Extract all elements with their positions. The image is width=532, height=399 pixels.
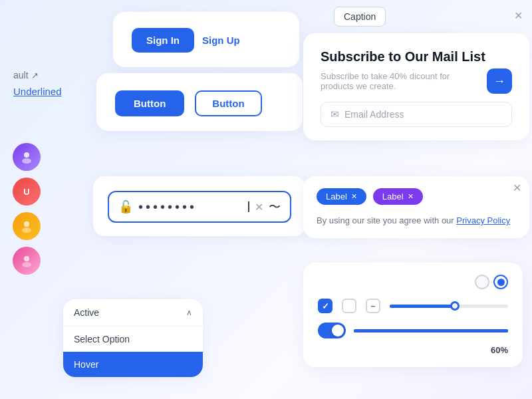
label-purple: Label ✕ [373,188,423,205]
dropdown-item-hover-label: Hover [74,359,98,370]
signin-card: Sign In Sign Up [113,12,299,67]
radio-option-2[interactable] [493,275,508,289]
radio-group [475,275,508,289]
subscribe-card: Subscribe to Our Mail List Subscribe to … [303,33,529,140]
label-blue-close[interactable]: ✕ [351,192,357,201]
primary-button[interactable]: Button [115,90,184,116]
signup-button[interactable]: Sign Up [202,35,240,46]
dropdown-active-text: Active [74,307,99,318]
subscribe-arrow-button[interactable]: → [487,68,512,94]
password-card: 🔓 •••••••• ✕ 〜 [93,176,306,236]
svg-point-0 [24,152,29,158]
svg-point-3 [22,227,31,233]
chevron-up-icon: ∧ [186,308,192,317]
lock-icon: 🔓 [118,200,133,214]
underlined-link[interactable]: Underlined [13,86,62,97]
caption-label: Caption [344,11,376,22]
svg-point-4 [24,256,29,261]
close-button[interactable]: ✕ [514,9,523,22]
privacy-text: By using our site you agree with our Pri… [317,214,516,227]
percent-label: 60% [318,345,508,355]
svg-point-1 [22,158,31,164]
dropdown-item-hover[interactable]: Hover [63,352,203,377]
dropdown-item-label: Select Option [74,334,130,344]
buttons-card: Button Button [96,73,303,131]
checkmark-icon: ✓ [322,301,329,311]
toggle-thumb [332,325,344,336]
toggle-switch[interactable] [318,323,346,338]
avatars-list: U [8,143,45,275]
radio-selected-indicator [497,279,505,286]
radio-group-row [318,275,508,289]
privacy-policy-link[interactable]: Privacy Policy [456,215,510,225]
email-placeholder: Email Address [344,109,404,120]
email-icon: ✉ [331,108,339,120]
signin-button[interactable]: Sign In [132,28,194,53]
arrow-icon: ↗ [31,70,39,80]
default-link-text: ault [13,70,29,80]
svg-point-2 [24,221,29,227]
controls-card: ✓ − 60% [303,263,523,367]
label-purple-text: Label [382,192,404,201]
label-blue: Label ✕ [317,188,366,205]
slider-fill [390,305,455,308]
slider-fill-2 [354,329,508,332]
avatar-pink [13,247,41,275]
avatar-orange [13,212,41,240]
checkbox-indeterminate[interactable]: − [366,299,380,313]
eye-icon[interactable]: 〜 [269,199,281,215]
label-purple-close[interactable]: ✕ [408,192,414,201]
labels-row: Label ✕ Label ✕ [317,188,516,205]
cursor-indicator [248,201,249,212]
radio-option-1[interactable] [475,275,489,289]
caption-tag: Caption [334,7,386,27]
links-section: ault ↗ Underlined [13,70,62,98]
slider-track-2[interactable] [354,329,508,332]
labels-card-close[interactable]: ✕ [513,182,521,194]
avatar-letter: U [23,187,29,197]
default-link[interactable]: ault ↗ [13,70,39,80]
outline-button[interactable]: Button [195,90,261,116]
privacy-static-text: By using our site you agree with our [317,215,456,225]
label-blue-text: Label [326,192,347,201]
dropdown-header[interactable]: Active ∧ [63,299,203,327]
dropdown-card: Active ∧ Select Option Hover [63,299,203,377]
subscribe-title: Subscribe to Our Mail List [321,49,512,65]
checkbox-checked[interactable]: ✓ [318,299,332,313]
dropdown-item-select[interactable]: Select Option [63,327,203,352]
checkbox-row: ✓ − [318,299,508,313]
avatar-purple [13,143,41,171]
clear-icon[interactable]: ✕ [255,201,263,213]
subscribe-desc: Subscribe to take 40% dicount for produc… [321,71,480,91]
avatar-red: U [13,178,41,205]
email-input-row: ✉ Email Address [321,102,512,127]
password-dots: •••••••• [138,200,243,215]
slider-track[interactable] [390,305,508,308]
svg-point-5 [22,262,31,267]
checkbox-unchecked[interactable] [342,299,356,313]
labels-card: Label ✕ Label ✕ ✕ By using our site you … [303,176,529,238]
toggle-row [318,323,508,338]
slider-thumb[interactable] [450,301,460,311]
